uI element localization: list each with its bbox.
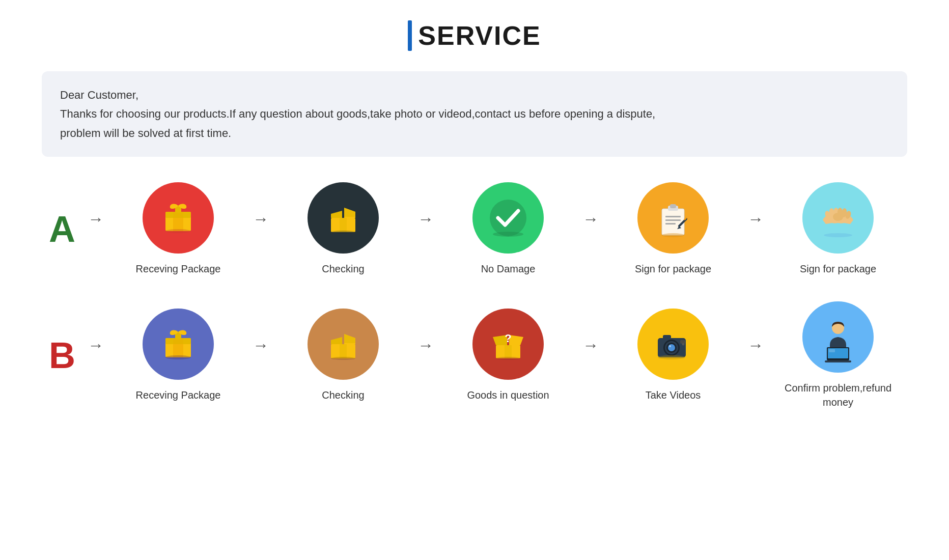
arrow-a1: → xyxy=(253,210,269,229)
step-a3: No Damage xyxy=(439,182,577,276)
step-b3-icon: ? xyxy=(472,309,544,380)
arrow-b0: → xyxy=(88,336,104,355)
svg-point-29 xyxy=(824,233,852,237)
arrow-b2: → xyxy=(417,336,434,355)
step-a2-icon xyxy=(308,182,379,254)
flow-section-a: A → Receving Package xyxy=(42,182,907,276)
step-b5-label: Confirm problem,refund money xyxy=(769,381,907,409)
page-title: SERVICE xyxy=(418,20,541,51)
flow-row-a: A → Receving Package xyxy=(42,182,907,276)
step-b3: ? Goods in question xyxy=(439,309,577,402)
svg-rect-49 xyxy=(663,335,671,339)
arrow-b1: → xyxy=(253,336,269,355)
step-a2-label: Checking xyxy=(322,262,364,276)
arrow-b4: → xyxy=(747,336,764,355)
notice-line2: Thanks for choosing our products.If any … xyxy=(60,104,889,123)
svg-point-47 xyxy=(668,344,675,351)
step-a3-icon xyxy=(472,182,544,254)
step-b2-icon xyxy=(308,309,379,380)
step-a4-icon xyxy=(637,182,709,254)
step-b5: Confirm problem,refund money xyxy=(769,301,907,409)
step-a1-icon xyxy=(143,182,214,254)
step-a1-label: Receving Package xyxy=(136,262,221,276)
svg-point-35 xyxy=(165,355,191,359)
svg-point-48 xyxy=(669,345,671,347)
svg-text:?: ? xyxy=(505,332,511,345)
step-b5-icon xyxy=(802,301,874,373)
step-b1-label: Receving Package xyxy=(136,388,221,402)
svg-point-42 xyxy=(496,357,520,360)
notice-box: Dear Customer, Thanks for choosing our p… xyxy=(42,71,907,157)
svg-rect-56 xyxy=(829,349,835,352)
arrow-a4: → xyxy=(747,210,764,229)
step-a4: Sign for package xyxy=(604,182,742,276)
svg-point-5 xyxy=(165,229,191,233)
step-a5-label: Sign for package xyxy=(800,262,876,276)
step-b1: Receving Package xyxy=(109,309,247,402)
svg-rect-37 xyxy=(340,344,347,358)
step-a3-label: No Damage xyxy=(481,262,536,276)
svg-point-52 xyxy=(658,355,685,359)
step-a5: Sign for package xyxy=(769,182,907,276)
svg-rect-16 xyxy=(665,219,681,221)
step-b2-label: Checking xyxy=(322,388,364,402)
svg-point-10 xyxy=(493,232,523,237)
title-bar-accent xyxy=(408,20,412,51)
step-a4-label: Sign for package xyxy=(635,262,711,276)
arrow-a3: → xyxy=(582,210,599,229)
svg-point-8 xyxy=(331,231,355,234)
svg-rect-17 xyxy=(665,223,676,225)
arrow-a2: → xyxy=(417,210,434,229)
step-b1-icon xyxy=(143,309,214,380)
step-a5-icon xyxy=(802,182,874,254)
svg-rect-40 xyxy=(505,345,512,358)
arrow-b3: → xyxy=(582,336,599,355)
flow-row-b: B → Receving Package → xyxy=(42,301,907,409)
svg-point-21 xyxy=(662,233,684,237)
svg-rect-14 xyxy=(670,204,676,208)
flow-section-b: B → Receving Package → xyxy=(42,301,907,409)
step-b4-label: Take Videos xyxy=(646,388,701,402)
row-label-a: A xyxy=(42,208,82,250)
svg-rect-7 xyxy=(340,218,347,232)
step-b4: Take Videos xyxy=(604,309,742,402)
step-b3-label: Goods in question xyxy=(467,388,549,402)
notice-line3: problem will be solved at first time. xyxy=(60,124,889,143)
arrow-a0: → xyxy=(88,210,104,229)
step-a1: Receving Package xyxy=(109,182,247,276)
row-label-b: B xyxy=(42,334,82,376)
svg-point-51 xyxy=(682,343,685,346)
svg-point-38 xyxy=(331,357,355,360)
svg-point-9 xyxy=(490,200,526,236)
step-b4-icon xyxy=(637,309,709,380)
page-title-container: SERVICE xyxy=(408,20,541,51)
notice-line1: Dear Customer, xyxy=(60,86,889,104)
svg-point-28 xyxy=(833,213,843,221)
step-a2: Checking xyxy=(274,182,412,276)
step-b2: Checking xyxy=(274,309,412,402)
svg-rect-15 xyxy=(665,216,681,217)
svg-rect-57 xyxy=(825,360,851,362)
svg-rect-11 xyxy=(662,209,684,235)
